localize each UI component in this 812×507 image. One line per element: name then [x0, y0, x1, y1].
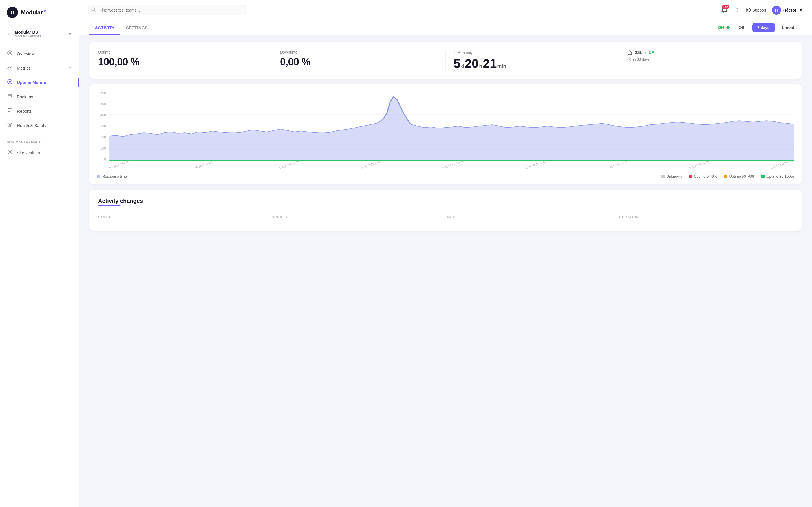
running-arrow-icon: ↑ — [454, 50, 456, 55]
sort-icon: ▲ — [285, 216, 288, 219]
running-stat: ↑ Running for 5d 20h 21min — [446, 50, 619, 71]
svg-point-9 — [11, 95, 12, 95]
running-mins: 21 — [483, 57, 497, 71]
col-since: SINCE ▲ — [272, 215, 446, 219]
svg-point-0 — [10, 10, 15, 15]
svg-rect-25 — [628, 52, 631, 55]
chart-x-axis: 30 sept 1:00 a. m. 30 sept 9:00 p. m. 1 … — [109, 166, 794, 170]
support-label: Support — [753, 8, 766, 12]
sidebar-item-label-uptime: Uptime Monitor — [17, 80, 48, 85]
svg-rect-1 — [11, 11, 12, 13]
sidebar-item-health-safety[interactable]: Health & Safety — [0, 118, 79, 133]
sidebar-item-label-backups: Backups — [17, 94, 33, 99]
sidebar-item-site-settings[interactable]: Site settings — [0, 146, 79, 160]
sidebar-item-uptime-monitor[interactable]: Uptime Monitor — [0, 75, 79, 90]
col-status: STATUS — [98, 215, 272, 219]
tab-activity[interactable]: ACTIVITY — [89, 20, 120, 35]
table-header: STATUS SINCE ▲ UNTIL DURATION — [98, 212, 793, 223]
col-until: UNTIL — [446, 215, 619, 219]
legend-label-unknown: Unknown — [666, 174, 682, 179]
sidebar-item-backups[interactable]: Backups — [0, 90, 79, 104]
metrics-icon — [7, 64, 13, 71]
time-controls: ON 24h 7 days 1 month — [718, 23, 802, 32]
svg-point-18 — [724, 12, 725, 13]
activity-title: Activity changes — [98, 198, 793, 204]
ssl-stat: SSL ↑ UP in 33 days — [619, 50, 793, 71]
chart-legend: Response time Unknown Uptime 0-49% Uptim… — [97, 174, 794, 179]
header: 162 ☾ Support H Héctor ▼ — [79, 0, 812, 20]
time-btn-24h[interactable]: 24h — [733, 23, 751, 32]
search-input[interactable] — [88, 5, 246, 15]
legend-label-uptime-low: Uptime 0-49% — [694, 174, 717, 179]
legend-dot-unknown — [661, 175, 665, 178]
nav-main: Overview Metrics ▼ Uptime Monitor Backup… — [0, 44, 79, 135]
chart-area — [109, 91, 794, 161]
backups-icon — [7, 93, 13, 100]
activity-section: Activity changes STATUS SINCE ▲ UNTIL DU… — [89, 190, 802, 231]
user-avatar: H — [772, 6, 781, 15]
back-icon[interactable]: ← — [7, 31, 12, 37]
logo-icon — [7, 7, 18, 18]
running-hours: 20 — [465, 57, 478, 71]
ssl-label: SSL — [635, 50, 642, 55]
ssl-icon — [627, 50, 632, 55]
user-menu-button[interactable]: H Héctor ▼ — [772, 6, 803, 15]
sidebar-item-label-site-settings: Site settings — [17, 151, 40, 155]
activity-underline — [98, 205, 121, 206]
legend-unknown: Unknown — [661, 174, 682, 179]
sidebar-item-metrics[interactable]: Metrics ▼ — [0, 61, 79, 75]
downtime-label: Downtime — [280, 50, 438, 54]
chart-container: 600 500 400 300 200 100 0 — [89, 84, 802, 184]
legend-response-time: Response time — [97, 174, 127, 179]
ssl-status: UP — [649, 50, 654, 55]
ssl-days: in 33 days — [627, 57, 793, 61]
response-time-chart — [109, 91, 794, 161]
uptime-monitor-icon — [7, 79, 13, 86]
running-value: 5d 20h 21min — [454, 57, 611, 71]
workspace[interactable]: ← Modular DS Modular websites ▼ — [0, 24, 79, 44]
time-btn-7days[interactable]: 7 days — [752, 23, 775, 32]
content-area: Uptime 100,00 % Downtime 0,00 % ↑ Runnin… — [79, 35, 812, 507]
user-name: Héctor — [783, 8, 797, 12]
stats-grid: Uptime 100,00 % Downtime 0,00 % ↑ Runnin… — [89, 42, 802, 78]
dark-mode-toggle[interactable]: ☾ — [735, 7, 740, 13]
workspace-name: Modular DS — [15, 30, 65, 34]
site-settings-icon — [7, 149, 13, 156]
svg-rect-12 — [8, 110, 11, 110]
support-button[interactable]: Support — [746, 8, 766, 13]
running-label: ↑ Running for — [454, 50, 611, 55]
legend-dot-uptime-mid — [724, 175, 727, 178]
svg-point-15 — [9, 151, 11, 153]
legend-label-uptime-high: Uptime 80-100% — [767, 174, 794, 179]
chart-y-axis: 600 500 400 300 200 100 0 — [97, 91, 108, 161]
sidebar-item-label-reports: Reports — [17, 109, 32, 114]
search-icon — [91, 7, 96, 13]
ssl-days-label: in 33 days — [633, 57, 650, 61]
header-actions: 162 ☾ Support H Héctor ▼ — [719, 4, 803, 16]
tabs-row: ACTIVITY SETTINGS ON 24h 7 days 1 month — [79, 20, 812, 35]
ssl-arrow-icon: ↑ — [645, 50, 647, 55]
sidebar-item-reports[interactable]: Reports — [0, 104, 79, 118]
svg-point-6 — [9, 81, 11, 82]
legend-uptime-80-100: Uptime 80-100% — [761, 174, 794, 179]
notifications-button[interactable]: 162 — [719, 4, 730, 16]
time-btn-1month[interactable]: 1 month — [776, 23, 802, 32]
downtime-stat: Downtime 0,00 % — [272, 50, 446, 71]
main-content: 162 ☾ Support H Héctor ▼ ACTIVITY SETTIN… — [79, 0, 812, 507]
downtime-value: 0,00 % — [280, 56, 438, 68]
legend-dot-uptime-low — [689, 175, 692, 178]
tab-group: ACTIVITY SETTINGS — [89, 20, 153, 35]
legend-uptime-0-49: Uptime 0-49% — [689, 174, 717, 179]
tab-settings[interactable]: SETTINGS — [120, 20, 153, 35]
sidebar-item-overview[interactable]: Overview — [0, 47, 79, 61]
site-management-label: SITE MANAGEMENT — [0, 137, 79, 146]
notification-badge: 162 — [722, 5, 729, 9]
uptime-value: 100,00 % — [98, 56, 264, 68]
workspace-subtitle: Modular websites — [15, 34, 65, 38]
svg-line-17 — [94, 10, 96, 11]
legend-dot-uptime-high — [761, 175, 765, 178]
workspace-chevron-icon: ▼ — [68, 32, 72, 36]
on-label: ON — [718, 25, 724, 30]
ssl-row: SSL ↑ UP — [627, 50, 793, 55]
reports-icon — [7, 108, 13, 115]
